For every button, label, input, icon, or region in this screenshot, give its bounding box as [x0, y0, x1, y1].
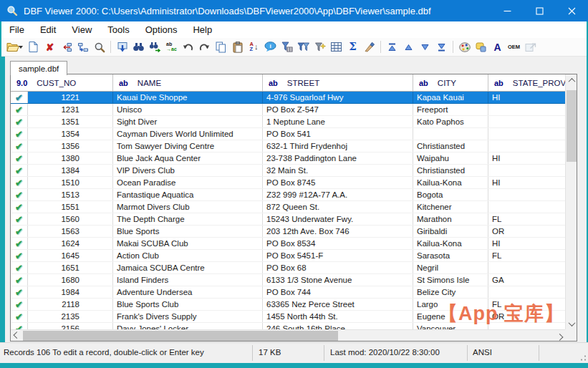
cell-name[interactable]: Marmot Divers Club [113, 201, 263, 213]
font-icon[interactable]: A [489, 39, 506, 55]
record-indicator-cell[interactable]: ✔ [11, 177, 28, 188]
table-row[interactable]: ✔1231UniscoPO Box Z-547Freeport [11, 104, 565, 116]
cell-city[interactable]: Largo [413, 299, 488, 310]
cell-city[interactable]: Giribaldi [413, 226, 488, 237]
cell-name[interactable]: Blue Sports Club [113, 299, 263, 310]
cell-city[interactable]: St Simons Isle [413, 274, 488, 286]
cell-name[interactable]: Unisco [113, 104, 263, 115]
cell-cust_no[interactable]: 1384 [28, 165, 113, 176]
find-next-icon[interactable] [147, 39, 163, 55]
scroll-left-icon[interactable] [11, 330, 22, 342]
tab-sample-dbf[interactable]: sample.dbf [10, 61, 67, 75]
cell-name[interactable]: The Depth Charge [113, 213, 263, 225]
undo-icon[interactable] [180, 39, 196, 55]
column-header-city[interactable]: abCITY [413, 74, 488, 91]
cell-name[interactable]: Frank's Divers Supply [113, 311, 263, 322]
cell-name[interactable]: Island Finders [113, 274, 263, 286]
column-header-state_prov[interactable]: abSTATE_PROV [488, 74, 565, 91]
table-row[interactable]: ✔2156Davy Jones' Locker246 South 16th Pl… [11, 323, 565, 329]
table-row[interactable]: ✔1384VIP Divers Club32 Main St.Christian… [11, 165, 565, 177]
cell-state_prov[interactable] [488, 262, 565, 273]
palette-icon[interactable] [456, 39, 473, 55]
cell-street[interactable]: PO Box 541 [263, 128, 413, 140]
record-indicator-cell[interactable]: ✔ [11, 238, 28, 249]
cell-city[interactable]: Negril [413, 262, 488, 273]
table-row[interactable]: ✔1380Blue Jack Aqua Center23-738 Padding… [11, 152, 565, 165]
cell-cust_no[interactable]: 1560 [28, 213, 113, 225]
cell-name[interactable]: Kauai Dive Shoppe [113, 92, 263, 103]
cell-cust_no[interactable]: 1563 [28, 226, 113, 237]
cell-city[interactable]: Kailua-Kona [413, 238, 488, 249]
cell-city[interactable]: Kitchener [413, 201, 488, 213]
cell-state_prov[interactable]: HI [488, 238, 565, 249]
format-brush-icon[interactable] [361, 39, 377, 55]
cell-cust_no[interactable]: 1354 [28, 128, 113, 140]
record-indicator-cell[interactable]: ✔ [11, 104, 28, 115]
record-indicator-cell[interactable]: ✔ [11, 152, 28, 164]
info-icon[interactable]: i [262, 39, 279, 55]
cell-name[interactable]: Cayman Divers World Unlimited [113, 128, 263, 140]
cell-state_prov[interactable]: FL [488, 299, 565, 310]
cell-city[interactable]: Christiansted [413, 140, 488, 152]
cell-name[interactable]: Tom Sawyer Diving Centre [113, 140, 263, 152]
record-indicator-cell[interactable]: ✔ [11, 189, 28, 200]
cell-street[interactable]: Z32 999 #12A-77 A.A. [263, 189, 413, 200]
cell-name[interactable]: Jamaica SCUBA Centre [113, 262, 263, 273]
field-manager-icon[interactable] [74, 39, 91, 55]
cell-state_prov[interactable] [488, 201, 565, 213]
filter-wizard-icon[interactable] [312, 39, 328, 55]
shapes-icon[interactable] [473, 39, 489, 55]
cell-name[interactable]: Davy Jones' Locker [113, 323, 263, 329]
record-indicator-cell[interactable]: ✔ [11, 250, 28, 261]
table-row[interactable]: ✔1351Sight Diver1 Neptune LaneKato Papho… [11, 116, 565, 128]
table-row[interactable]: ✔1551Marmot Divers Club872 Queen St.Kitc… [11, 201, 565, 213]
cell-state_prov[interactable]: HI [488, 177, 565, 188]
table-row[interactable]: ✔2118Blue Sports Club63365 Nez Perce Str… [11, 299, 565, 311]
cell-state_prov[interactable]: HI [488, 92, 565, 103]
cell-street[interactable]: 6133 1/3 Stone Avenue [263, 274, 413, 286]
table-row[interactable]: ✔1680Island Finders6133 1/3 Stone Avenue… [11, 274, 565, 286]
record-indicator-cell[interactable]: ✔ [11, 274, 28, 286]
record-indicator-cell[interactable]: ✔ [11, 299, 28, 310]
cell-street[interactable]: PO Box 68 [263, 262, 413, 273]
menu-item-file[interactable]: File [1, 22, 32, 37]
record-indicator-cell[interactable]: ✔ [11, 128, 28, 140]
cell-street[interactable]: 1455 North 44th St. [263, 311, 413, 322]
cell-name[interactable]: Action Club [113, 250, 263, 261]
table-row[interactable]: ✔1984Adventure UnderseaPO Box 744Belize … [11, 286, 565, 299]
menu-item-tools[interactable]: Tools [100, 22, 137, 37]
cell-cust_no[interactable]: 1984 [28, 286, 113, 298]
cell-name[interactable]: Blue Sports [113, 226, 263, 237]
record-indicator-cell[interactable]: ✔ [11, 323, 28, 329]
record-indicator-cell[interactable]: ✔ [11, 286, 28, 298]
cell-city[interactable] [413, 128, 488, 140]
cell-cust_no[interactable]: 2156 [28, 323, 113, 329]
table-row[interactable]: ✔1645Action ClubPO Box 5451-FSarasotaFL [11, 250, 565, 262]
record-indicator-cell[interactable]: ✔ [11, 226, 28, 237]
cell-street[interactable]: PO Box 5451-F [263, 250, 413, 261]
table-row[interactable]: ✔1510Ocean ParadisePO Box 8745Kailua-Kon… [11, 177, 565, 189]
table-row[interactable]: ✔1560The Depth Charge15243 Underwater Fw… [11, 213, 565, 226]
vertical-scrollbar[interactable] [565, 74, 577, 329]
table-row[interactable]: ✔1513Fantastique AquaticaZ32 999 #12A-77… [11, 189, 565, 201]
cell-street[interactable]: 872 Queen St. [263, 201, 413, 213]
scroll-up-icon[interactable] [566, 74, 577, 86]
new-file-icon[interactable] [25, 39, 42, 55]
cell-state_prov[interactable]: OR [488, 226, 565, 237]
replace-icon[interactable]: ab→ac [163, 39, 180, 55]
cell-name[interactable]: Blue Jack Aqua Center [113, 152, 263, 164]
menu-item-options[interactable]: Options [138, 22, 185, 37]
cell-state_prov[interactable] [488, 165, 565, 176]
cell-city[interactable]: Christiansted [413, 165, 488, 176]
cell-city[interactable]: Kailua-Kona [413, 177, 488, 188]
export-icon[interactable] [522, 39, 539, 55]
horizontal-scrollbar[interactable] [11, 329, 565, 341]
paste-icon[interactable] [229, 39, 246, 55]
next-record-icon[interactable] [417, 39, 433, 55]
menu-item-view[interactable]: View [64, 22, 100, 37]
cell-cust_no[interactable]: 1680 [28, 274, 113, 286]
import-icon[interactable] [114, 39, 130, 55]
caret-down-icon[interactable] [19, 46, 23, 49]
cell-city[interactable]: Waipahu [413, 152, 488, 164]
cell-cust_no[interactable]: 2135 [28, 311, 113, 322]
